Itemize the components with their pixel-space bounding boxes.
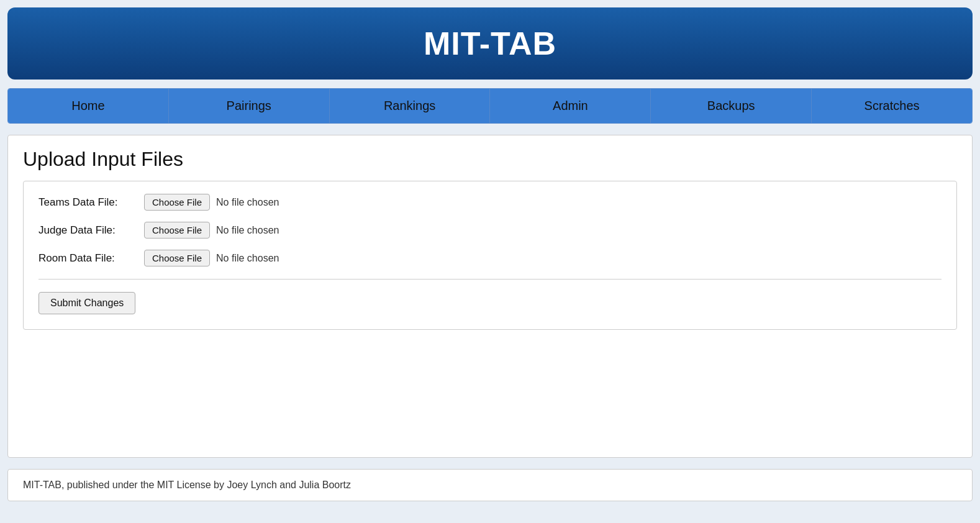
judge-choose-file-button[interactable]: Choose File [144, 222, 210, 239]
nav-bar: Home Pairings Rankings Admin Backups Scr… [7, 88, 973, 124]
room-no-file-text: No file chosen [216, 253, 279, 264]
nav-item-home[interactable]: Home [8, 89, 169, 123]
footer: MIT-TAB, published under the MIT License… [7, 469, 973, 501]
footer-text: MIT-TAB, published under the MIT License… [23, 480, 351, 490]
judge-file-label: Judge Data File: [39, 224, 138, 237]
teams-file-input-wrapper: Choose File No file chosen [144, 194, 279, 211]
judge-file-row: Judge Data File: Choose File No file cho… [39, 222, 941, 239]
app-title: MIT-TAB [424, 25, 556, 61]
nav-item-scratches[interactable]: Scratches [812, 89, 972, 123]
room-choose-file-button[interactable]: Choose File [144, 250, 210, 266]
app-header: MIT-TAB [7, 7, 973, 80]
nav-item-admin[interactable]: Admin [490, 89, 651, 123]
nav-item-rankings[interactable]: Rankings [330, 89, 491, 123]
main-content: Upload Input Files Teams Data File: Choo… [7, 135, 973, 458]
upload-form-box: Teams Data File: Choose File No file cho… [23, 181, 957, 330]
room-file-label: Room Data File: [39, 252, 138, 265]
room-file-input-wrapper: Choose File No file chosen [144, 250, 279, 266]
teams-file-row: Teams Data File: Choose File No file cho… [39, 194, 941, 211]
form-divider [39, 279, 941, 280]
teams-file-label: Teams Data File: [39, 196, 138, 209]
teams-no-file-text: No file chosen [216, 197, 279, 208]
nav-item-pairings[interactable]: Pairings [169, 89, 330, 123]
page-title: Upload Input Files [23, 148, 957, 171]
teams-choose-file-button[interactable]: Choose File [144, 194, 210, 211]
nav-item-backups[interactable]: Backups [651, 89, 812, 123]
judge-no-file-text: No file chosen [216, 225, 279, 236]
judge-file-input-wrapper: Choose File No file chosen [144, 222, 279, 239]
room-file-row: Room Data File: Choose File No file chos… [39, 250, 941, 266]
submit-changes-button[interactable]: Submit Changes [39, 292, 135, 314]
